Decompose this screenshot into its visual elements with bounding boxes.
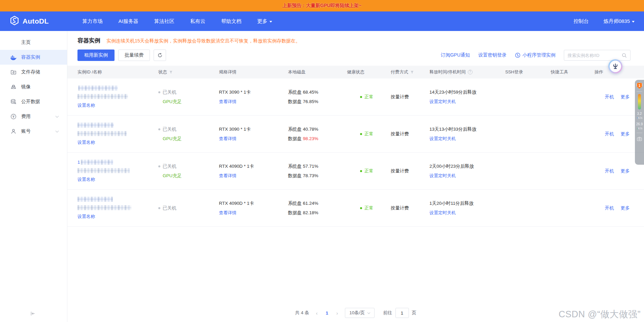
timer-shutdown-link[interactable]: 设置定时关机 — [429, 99, 456, 105]
col-header-billing: 付费方式 — [391, 69, 429, 75]
search-box — [564, 50, 631, 61]
release-countdown: 1天20小时11分后释放 — [429, 200, 501, 206]
more-actions-link[interactable]: 更多 — [621, 94, 630, 100]
more-actions-link[interactable]: 更多 — [621, 205, 630, 211]
sys-disk-usage: 57.71% — [303, 164, 318, 169]
view-detail-link[interactable]: 查看详情 — [219, 210, 236, 216]
more-actions-link[interactable]: 更多 — [621, 168, 630, 174]
billing-type: 按量计费 — [391, 94, 425, 100]
sys-disk-usage: 68.45% — [303, 90, 318, 95]
power-on-link[interactable]: 开机 — [605, 205, 614, 211]
cell-release: 1天20小时11分后释放 设置定时关机 — [429, 200, 505, 216]
nav-item-docs[interactable]: 帮助文档 — [221, 18, 242, 25]
user-menu[interactable]: 炼丹师0835 — [604, 18, 635, 25]
set-name-link[interactable]: 设置名称 — [77, 139, 95, 146]
timer-shutdown-link[interactable]: 设置定时关机 — [429, 210, 456, 216]
yuan-circle-icon: ¥ — [10, 114, 17, 120]
set-name-link[interactable]: 设置名称 — [77, 214, 95, 220]
table-row: 1 设置名称 已关机 GPU充足 RTX 4090D * 1卡 查看详情 系统盘… — [67, 153, 644, 190]
nav-item-more[interactable]: 更多 — [257, 18, 272, 25]
total-count: 共 4 条 — [295, 310, 309, 316]
col-header-ssh: SSH登录 — [505, 69, 551, 75]
question-circle-icon[interactable]: ? — [468, 70, 473, 74]
goto-page: 前往 页 — [383, 308, 417, 318]
view-detail-link[interactable]: 查看详情 — [219, 136, 236, 142]
shield-badge-icon[interactable]: 1 — [637, 83, 642, 89]
gpu-spec: RTX 4090D * 1卡 — [219, 200, 284, 206]
view-detail-link[interactable]: 查看详情 — [219, 173, 236, 179]
more-actions-link[interactable]: 更多 — [621, 131, 630, 137]
nav-item-community[interactable]: 算法社区 — [154, 18, 174, 25]
content-area: 容器实例 实例连续关机15天会释放实例，实例释放会导致数据清空且不可恢复，释放前… — [67, 31, 644, 322]
nav-item-ai-server[interactable]: AI服务器 — [119, 18, 138, 25]
batch-renew-button[interactable]: 批量续费 — [118, 50, 150, 61]
sidebar-collapse-icon[interactable] — [30, 311, 36, 318]
refresh-button[interactable] — [154, 50, 166, 61]
mirror-icon — [10, 84, 17, 90]
main-layout: 主页 容器实例 — [0, 31, 644, 322]
instance-table: 实例ID /名称 状态 规格详情 本地磁盘 健康状态 付费方式 释放时间/停机时… — [67, 66, 644, 227]
sidebar-item-account[interactable]: 账号 — [0, 124, 67, 139]
screenshot-camera-icon[interactable] — [637, 136, 642, 142]
current-page[interactable]: 1 — [324, 311, 330, 316]
brand-logo[interactable]: AutoDL — [9, 15, 49, 27]
instance-id-fragment: 1 — [77, 160, 80, 165]
sidebar-item-home[interactable]: 主页 — [0, 35, 67, 50]
gpu-notify-link[interactable]: 订阅GPU通知 — [441, 52, 470, 58]
sidebar-item-label: 主页 — [21, 39, 31, 45]
prev-page-button[interactable]: ‹ — [315, 310, 319, 316]
cell-status: 已关机 GPU充足 — [158, 89, 219, 105]
cell-release: 2天00小时23分后释放 设置定时关机 — [429, 163, 505, 179]
nav-item-private-cloud[interactable]: 私有云 — [190, 18, 205, 25]
power-on-link[interactable]: 开机 — [605, 131, 614, 137]
sidebar-item-label: 镜像 — [21, 84, 31, 90]
page-size-select[interactable]: 10条/页 — [345, 308, 375, 318]
sidebar-item-file-storage[interactable]: 文件存储 — [0, 65, 67, 79]
sidebar-item-public-data[interactable]: 公开数据 — [0, 94, 67, 109]
redacted-instance-name — [77, 205, 131, 210]
sidebar-item-label: 文件存储 — [21, 69, 40, 75]
nav-item-more-label: 更多 — [257, 18, 267, 25]
redacted-instance-name — [77, 94, 128, 99]
timer-shutdown-link[interactable]: 设置定时关机 — [429, 173, 456, 179]
health-dot — [360, 170, 362, 172]
gpu-availability: GPU充足 — [158, 173, 215, 179]
view-detail-link[interactable]: 查看详情 — [219, 99, 236, 105]
filter-funnel-icon[interactable] — [169, 70, 173, 74]
rent-instance-button[interactable]: 租用新实例 — [77, 50, 115, 61]
status-dot — [158, 128, 160, 130]
key-login-link[interactable]: 设置密钥登录 — [478, 52, 507, 58]
autodl-logo-icon — [9, 15, 20, 27]
sys-disk-usage: 61.24% — [303, 201, 318, 206]
power-on-link[interactable]: 开机 — [605, 94, 614, 100]
cell-ops: 开机 更多 — [594, 168, 644, 174]
sidebar: 主页 容器实例 — [0, 31, 67, 322]
power-on-link[interactable]: 开机 — [605, 168, 614, 174]
cell-disk: 系统盘 61.24% 数据盘 82.18% — [288, 200, 347, 216]
set-name-link[interactable]: 设置名称 — [77, 176, 95, 183]
search-input[interactable] — [568, 53, 622, 58]
cell-health: 正常 — [347, 131, 391, 137]
sidebar-item-billing[interactable]: ¥ 费用 — [0, 109, 67, 124]
sidebar-item-images[interactable]: 镜像 — [0, 79, 67, 94]
nav-item-market[interactable]: 算力市场 — [83, 18, 103, 25]
gpu-spec: RTX 3090 * 1卡 — [219, 89, 284, 95]
goto-page-input[interactable] — [395, 308, 409, 318]
sidebar-item-label: 账号 — [21, 128, 31, 134]
floating-assistant-button[interactable] — [608, 59, 622, 73]
table-row: 设置名称 已关机 RTX 4090D * 1卡 查看详情 系统盘 61.24% … — [67, 190, 644, 227]
goto-label: 前往 — [383, 310, 392, 316]
timer-shutdown-link[interactable]: 设置定时关机 — [429, 136, 456, 142]
filter-funnel-icon[interactable] — [410, 70, 414, 74]
miniprogram-link[interactable]: 小程序管理实例 — [515, 52, 555, 58]
username: 炼丹师0835 — [604, 18, 630, 25]
redacted-instance-id — [81, 160, 113, 165]
console-link[interactable]: 控制台 — [574, 18, 589, 25]
set-name-link[interactable]: 设置名称 — [77, 102, 95, 108]
temperature-gradient-bar — [638, 94, 641, 109]
trident-icon — [610, 61, 621, 72]
col-header-id-name: 实例ID /名称 — [77, 69, 158, 75]
gpu-spec: RTX 3090 * 1卡 — [219, 126, 284, 132]
sidebar-item-instances[interactable]: 容器实例 — [0, 50, 67, 65]
next-page-button[interactable]: › — [335, 310, 340, 316]
